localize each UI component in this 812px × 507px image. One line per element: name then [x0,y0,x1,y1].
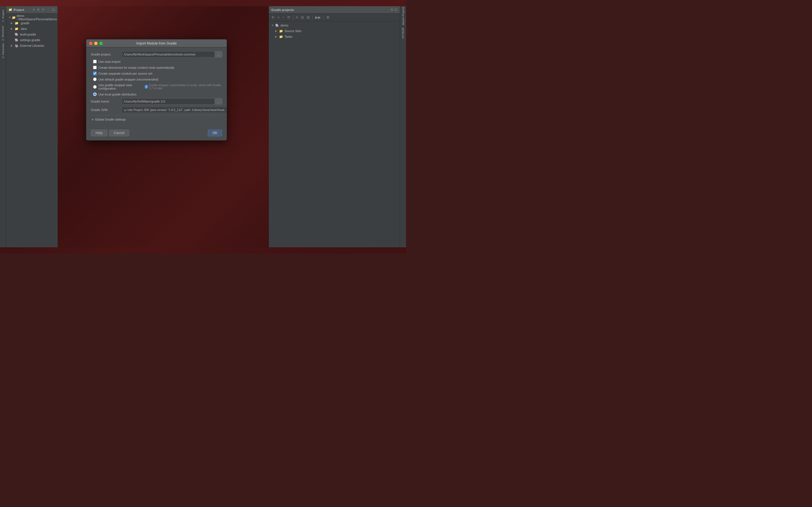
project-panel: 📁 Project ▼ ⚙ ⟳ ⋮ ⊡ ▼ 📁 demo ~/WorkSpace… [6,6,58,247]
auto-import-label: Use auto-import [98,60,120,63]
project-label: 1: Project [2,10,4,22]
structure-label: 2: Structure [2,26,4,41]
tree-label-gradle: .gradle [20,21,30,25]
gradle-home-browse-button[interactable]: … [215,98,222,105]
gradle-home-row: Gradle home: … [91,98,222,105]
help-button[interactable]: Help [91,129,107,136]
gradle-home-label: Gradle home: [91,100,122,103]
panel-actions: ⚙ ⟳ ⋮ ⊡ [36,8,55,12]
gradle-home-input-wrap: … [122,98,222,105]
local-dist-row: Use local gradle distribution [91,93,222,96]
modal-minimize-button[interactable] [94,42,98,45]
separate-module-label: Create separate module per source set [98,72,152,75]
tree-label-idea: .idea [20,27,27,31]
tree-item-settings-gradle[interactable]: 🐘 settings.gradle [6,37,57,43]
local-dist-label: Use local gradle distribution [98,93,137,96]
gradle-jvm-row: Gradle JVM: 🗂 Use Project JDK (java vers… [91,107,222,113]
separate-module-checkbox[interactable] [93,71,97,75]
local-dist-radio[interactable] [93,93,97,96]
modal-maximize-button[interactable] [99,42,103,45]
sidebar-item-structure[interactable]: 2: Structure [0,25,6,42]
jvm-select-wrap: 🗂 Use Project JDK (java version "1.8.0_1… [122,107,227,113]
create-dirs-row: Create directories for empty content roo… [91,66,222,69]
modal-close-button[interactable] [89,42,93,45]
default-wrapper-label: Use default gradle wrapper (recommended) [98,78,158,81]
settings-icon[interactable]: ⚙ [36,8,40,12]
jvm-select-value: Use Project JDK (java version "1.8.0_112… [128,108,227,112]
tree-label-settings-gradle: settings.gradle [20,38,40,42]
cancel-button[interactable]: Cancel [109,129,129,136]
gradle-project-row: Gradle project: … [91,51,222,57]
project-tree: ▼ 📁 demo ~/WorkSpace/Personal/demo ▶ 📁 .… [6,13,57,247]
global-settings-arrow: ▶ [92,118,94,121]
modal-body: Gradle project: … Use auto-import [86,47,227,127]
gradle-jvm-label: Gradle JVM: [91,108,122,112]
create-dirs-label: Create directories for empty content roo… [98,66,174,69]
global-settings-label: Global Gradle settings [95,118,126,121]
tree-item-idea[interactable]: ▶ 📁 .idea [6,26,57,32]
footer-right-buttons: OK [208,129,222,136]
info-icon: i [145,85,148,89]
favorites-label: 2: Favorites [2,43,4,58]
tree-item-demo[interactable]: ▼ 📁 demo ~/WorkSpace/Personal/demo [6,15,57,20]
tree-item-build-gradle[interactable]: 🐘 build.gradle [6,32,57,37]
tree-label-demo: demo ~/WorkSpace/Personal/demo [17,14,57,21]
editor-area: Import Module from Gradle Gradle project… [58,6,406,247]
modal-title: Import Module from Gradle [136,41,176,45]
sidebar-item-favorites[interactable]: 2: Favorites [0,42,6,59]
main-content: 1: Project 2: Structure 2: Favorites 📁 P… [0,6,406,247]
wrapper-task-label: Use gradle wrapper task configuration [98,83,143,90]
modal-footer: Help Cancel OK [86,127,227,140]
expand-icon[interactable]: ⊡ [52,8,55,12]
tree-label-build-gradle: build.gradle [20,33,36,36]
modal-window-controls [89,42,103,45]
create-dirs-checkbox[interactable] [93,66,97,69]
default-wrapper-row: Use default gradle wrapper (recommended) [91,77,222,81]
modal-overlay: Import Module from Gradle Gradle project… [58,6,406,247]
auto-import-checkbox[interactable] [93,60,97,63]
gradle-project-input[interactable] [122,51,215,57]
left-sidebar-icons: 1: Project 2: Structure 2: Favorites [0,6,6,247]
footer-left-buttons: Help Cancel [91,129,129,136]
tree-label-external-libs: External Libraries [20,44,44,47]
jvm-select[interactable]: 🗂 Use Project JDK (java version "1.8.0_1… [122,107,227,113]
sidebar-item-project[interactable]: 1: Project [0,7,6,24]
gradle-home-input[interactable] [122,98,215,105]
gradle-project-label: Gradle project: [91,53,122,56]
gradle-project-input-wrap: … [122,51,222,57]
project-panel-header: 📁 Project ▼ ⚙ ⟳ ⋮ ⊡ [6,6,57,13]
gradle-project-browse-button[interactable]: … [215,51,222,57]
auto-import-row: Use auto-import [91,60,222,63]
wrapper-task-row: Use gradle wrapper task configuration i … [91,83,222,90]
import-module-dialog: Import Module from Gradle Gradle project… [86,39,227,140]
tree-item-external-libs[interactable]: ▶ 📚 External Libraries [6,43,57,48]
tree-item-gradle[interactable]: ▶ 📁 .gradle [6,20,57,26]
wrapper-task-info: i Gradle wrapper customization in script… [145,83,222,90]
separate-module-row: Create separate module per source set [91,71,222,75]
default-wrapper-radio[interactable] [93,77,97,81]
more-icon[interactable]: ⋮ [46,8,50,12]
modal-titlebar: Import Module from Gradle [86,40,227,47]
project-panel-title: Project [13,8,31,11]
ide-frame: demo 🔍 1: Project 2: Structure 2: Favori… [0,0,406,253]
panel-dropdown-icon[interactable]: ▼ [33,8,35,11]
ok-button[interactable]: OK [208,129,222,136]
info-text: Gradle wrapper customization in script, … [149,83,222,90]
sync-icon[interactable]: ⟳ [42,8,45,12]
wrapper-task-radio[interactable] [93,85,97,89]
global-settings-row[interactable]: ▶ Global Gradle settings [91,118,222,121]
